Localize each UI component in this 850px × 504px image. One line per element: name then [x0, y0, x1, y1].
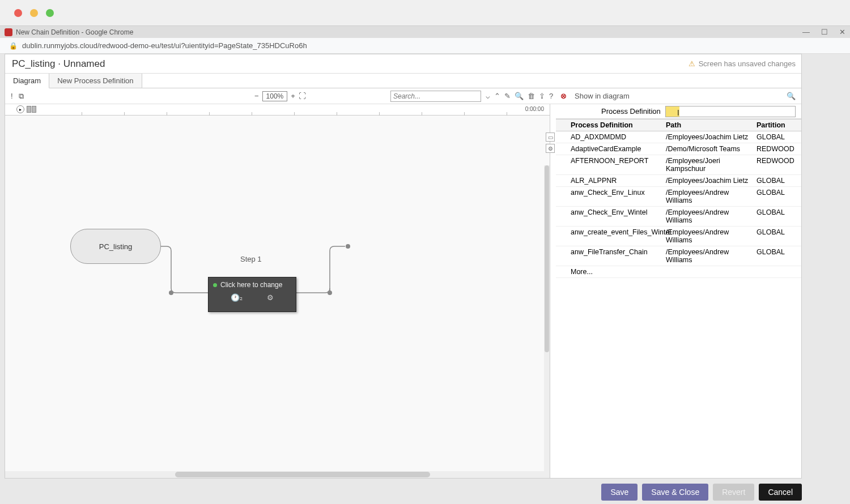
svg-point-1 [328, 291, 332, 295]
tab-new-process-definition[interactable]: New Process Definition [49, 74, 142, 88]
table-row[interactable]: AD_ADXDMDMD/Employees/Joachim LietzGLOBA… [556, 131, 801, 143]
table-row[interactable]: anw_Check_Env_Wintel/Employees/Andrew Wi… [556, 207, 801, 227]
unsaved-text: Screen has unsaved changes [699, 59, 796, 68]
pd-search-input[interactable]: I [665, 106, 796, 117]
save-button[interactable]: Save [601, 484, 638, 501]
col-header-path: Path [664, 119, 754, 131]
zoom-in-icon[interactable]: + [291, 92, 295, 100]
step-placeholder-text: Click here to change [220, 281, 282, 289]
pd-table-header: Process Definition Path Partition [556, 119, 801, 131]
search-input[interactable] [390, 91, 481, 102]
save-close-button[interactable]: Save & Close [642, 484, 708, 501]
cancel-button[interactable]: Cancel [759, 484, 802, 501]
favicon-icon [5, 28, 12, 36]
zoom-level[interactable]: 100% [262, 91, 288, 101]
horizontal-scrollbar[interactable] [5, 471, 550, 478]
chain-start-node[interactable]: PC_listing [70, 229, 161, 264]
mac-minimize-button[interactable] [30, 9, 38, 17]
magnify-icon[interactable]: 🔍 [787, 92, 796, 100]
cell-pd: AFTERNOON_REPORT [568, 155, 664, 174]
cell-path: /Employees/Andrew Williams [664, 246, 754, 266]
pd-field-label: Process Definition [556, 107, 665, 116]
warning-icon: ⚠ [688, 59, 695, 68]
cell-partition: GLOBAL [754, 227, 788, 246]
export-icon[interactable]: ⇪ [539, 92, 545, 100]
zoom-out-icon[interactable]: − [254, 92, 259, 100]
ruler-handle[interactable] [27, 106, 31, 113]
mac-close-button[interactable] [14, 9, 22, 17]
revert-button: Revert [713, 484, 754, 501]
timeline-ruler: ▸ 0:00:00 [5, 104, 550, 116]
window-maximize-icon[interactable]: ☐ [821, 28, 828, 36]
cell-path: /Employees/Joeri Kampschuur [664, 155, 754, 174]
pd-table: Process Definition Path Partition AD_ADX… [556, 119, 801, 278]
scrollbar-thumb[interactable] [175, 472, 430, 477]
cell-path: /Employees/Andrew Williams [664, 207, 754, 226]
step-label: Step 1 [240, 255, 262, 263]
col-header-pd: Process Definition [568, 119, 664, 131]
diagram-toolbar: ! ⧉ − 100% + ⛶ ⌵ ⌃ ✎ 🔍 🗑 ⇪ ? ⊗ Show in d… [5, 88, 801, 104]
cell-partition: GLOBAL [754, 246, 788, 266]
page-title: PC_listing · Unnamed [12, 58, 105, 70]
diagram-canvas[interactable]: ▸ 0:00:00 PC_listing Step 1 [5, 104, 550, 478]
copy-icon[interactable]: ⧉ [19, 92, 24, 101]
cell-pd: ALR_ALPPNR [568, 175, 664, 186]
cell-partition: REDWOOD [754, 155, 788, 174]
table-row-more[interactable]: More... [556, 266, 801, 278]
table-row[interactable]: anw_create_event_Files_Wintel/Employees/… [556, 227, 801, 246]
svg-point-0 [169, 291, 173, 295]
app-container: PC_listing · Unnamed ⚠ Screen has unsave… [5, 54, 802, 479]
ruler-end-time: 0:00:00 [525, 106, 544, 112]
alert-icon[interactable]: ! [11, 92, 13, 100]
vertical-scrollbar[interactable] [544, 165, 550, 471]
play-icon[interactable]: ▸ [16, 105, 24, 113]
form-icon[interactable]: ▭ [546, 133, 555, 142]
table-row[interactable]: anw_FileTransfer_Chain/Employees/Andrew … [556, 246, 801, 266]
table-row[interactable]: AFTERNOON_REPORT/Employees/Joeri Kampsch… [556, 155, 801, 175]
show-in-diagram-link[interactable]: Show in diagram [575, 92, 630, 100]
cell-path: /Employees/Joachim Lietz [664, 175, 754, 186]
cell-pd: anw_Check_Env_Wintel [568, 207, 664, 226]
cell-partition: REDWOOD [754, 143, 788, 155]
unsaved-indicator: ⚠ Screen has unsaved changes [688, 59, 796, 68]
table-row[interactable]: ALR_ALPPNR/Employees/Joachim LietzGLOBAL [556, 175, 801, 187]
process-definition-panel: ▭ ⚙ Process Definition I Process Definit… [556, 104, 801, 478]
table-row[interactable]: AdaptiveCardExample/Demo/Microsoft Teams… [556, 143, 801, 155]
ruler-handle[interactable] [32, 106, 36, 113]
mac-maximize-button[interactable] [46, 9, 54, 17]
cart-icon[interactable]: 🗑 [528, 92, 535, 100]
window-close-icon[interactable]: ✕ [839, 28, 845, 36]
fullscreen-icon[interactable]: ⛶ [299, 92, 306, 100]
tab-bar: Diagram New Process Definition [5, 74, 801, 88]
cell-partition: GLOBAL [754, 131, 788, 143]
address-bar[interactable]: 🔒 dublin.runmyjobs.cloud/redwood-demo-eu… [0, 38, 850, 54]
tab-diagram[interactable]: Diagram [5, 74, 49, 88]
zoom-icon[interactable]: 🔍 [515, 92, 524, 100]
status-dot-icon [213, 283, 217, 287]
gear-icon[interactable]: ⚙ [267, 293, 274, 302]
table-row[interactable]: anw_Check_Env_Linux/Employees/Andrew Wil… [556, 187, 801, 207]
settings-icon[interactable]: ⚙ [546, 144, 555, 153]
text-cursor-icon: I [677, 108, 679, 117]
cell-partition: GLOBAL [754, 207, 788, 226]
chevron-up-icon[interactable]: ⌃ [494, 92, 500, 100]
cell-pd: anw_Check_Env_Linux [568, 187, 664, 206]
close-panel-icon[interactable]: ⊗ [560, 92, 567, 100]
cell-path: /Employees/Joachim Lietz [664, 131, 754, 143]
lock-icon: 🔒 [9, 42, 18, 50]
scrollbar-thumb[interactable] [545, 165, 549, 352]
more-link[interactable]: More... [568, 266, 664, 277]
cell-path: /Employees/Andrew Williams [664, 227, 754, 246]
window-minimize-icon[interactable]: — [802, 28, 810, 36]
chevron-down-icon[interactable]: ⌵ [486, 92, 490, 100]
clock-icon[interactable]: 🕐₂ [231, 293, 243, 302]
footer-buttons: Save Save & Close Revert Cancel [601, 484, 802, 501]
help-icon[interactable]: ? [549, 92, 553, 100]
col-header-partition: Partition [754, 119, 788, 131]
edit-icon[interactable]: ✎ [504, 92, 511, 100]
app-header: PC_listing · Unnamed ⚠ Screen has unsave… [5, 54, 801, 74]
step-node[interactable]: Click here to change 🕐₂ ⚙ [208, 277, 296, 312]
start-node-label: PC_listing [99, 242, 133, 251]
chrome-tab-bar: New Chain Definition - Google Chrome — ☐… [0, 25, 850, 38]
cell-path: /Demo/Microsoft Teams [664, 143, 754, 155]
